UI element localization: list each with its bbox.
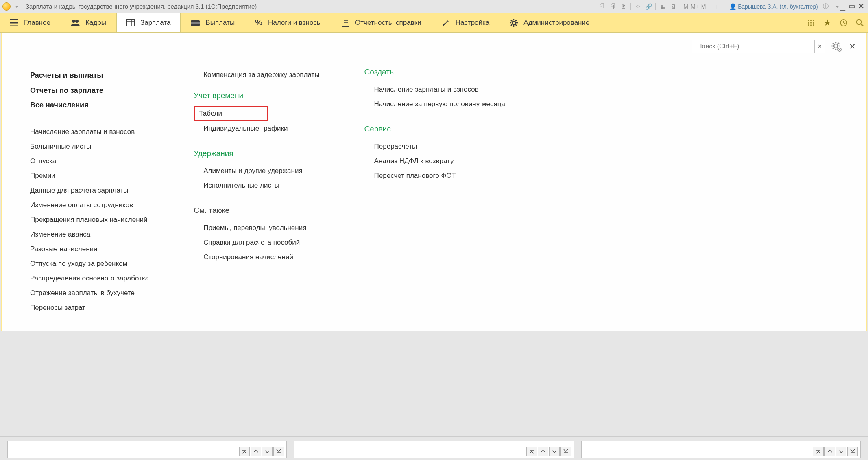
percent-icon: % — [255, 18, 262, 27]
panel-btn-down[interactable] — [262, 447, 273, 456]
favorite-icon[interactable]: ★ — [819, 13, 835, 32]
search-icon[interactable] — [852, 13, 868, 32]
search-clear-button[interactable]: × — [814, 40, 825, 53]
tab-salary[interactable]: Зарплата — [116, 13, 181, 32]
search-input[interactable] — [692, 43, 814, 50]
navigation-panel: Расчеты и выплаты Отчеты по зарплате Все… — [2, 55, 866, 331]
svg-point-20 — [839, 49, 840, 50]
wrench-icon — [442, 19, 450, 27]
people-icon — [71, 19, 80, 26]
nav-link[interactable]: Отражение зарплаты в бухучете — [30, 286, 149, 300]
panel-btn-up[interactable] — [251, 447, 261, 456]
nav-link[interactable]: Индивидуальные графики — [194, 121, 319, 136]
nav-link[interactable]: Изменение аванса — [30, 227, 149, 242]
nav-link[interactable]: Разовые начисления — [30, 242, 149, 256]
memory-m-icon[interactable]: M — [683, 3, 688, 10]
nav-link-all-accruals[interactable]: Все начисления — [30, 98, 149, 112]
menu-icon — [10, 19, 18, 26]
panel-btn-up[interactable] — [824, 447, 835, 456]
dropdown-arrow-icon[interactable]: ▾ — [15, 3, 18, 10]
panel-btn-top[interactable] — [526, 447, 537, 456]
panel-btn-bottom[interactable] — [560, 447, 571, 456]
nav-link[interactable]: Премии — [30, 169, 149, 183]
nav-link[interactable]: Анализ НДФЛ к возврату — [364, 154, 505, 169]
panel-btn-up[interactable] — [538, 447, 548, 456]
tab-label: Отчетность, справки — [355, 19, 421, 27]
tab-main[interactable]: Главное — [0, 13, 61, 32]
nav-link-tabeli[interactable]: Табели — [194, 106, 268, 121]
settings-gear-icon[interactable] — [831, 41, 842, 52]
tool-icon-1[interactable]: 🗐 — [598, 2, 607, 11]
grid-icon[interactable]: ▦ — [658, 2, 667, 11]
panel-icon[interactable]: ◫ — [713, 2, 722, 11]
nav-link[interactable]: Изменение оплаты сотрудников — [30, 198, 149, 212]
nav-link[interactable]: Начисление зарплаты и взносов — [364, 82, 505, 97]
panel-btn-bottom[interactable] — [847, 447, 858, 456]
link-icon[interactable]: 🔗 — [644, 2, 653, 11]
search-input-wrap: × — [692, 40, 825, 53]
user-name: Барышева З.А. (гл. бухгалтер) — [738, 3, 818, 10]
svg-point-13 — [808, 24, 809, 26]
panel-btn-down[interactable] — [836, 447, 846, 456]
nav-link[interactable]: Исполнительные листы — [194, 178, 319, 193]
svg-point-14 — [810, 24, 812, 26]
nav-section-head: Удержания — [194, 149, 319, 158]
tab-payments[interactable]: Выплаты — [181, 13, 245, 32]
wallet-icon — [191, 20, 200, 26]
nav-link-calculations[interactable]: Расчеты и выплаты — [29, 68, 150, 83]
svg-point-9 — [813, 20, 814, 21]
nav-link[interactable]: Приемы, переводы, увольнения — [194, 221, 319, 235]
footer-panels — [0, 436, 868, 460]
tool-icon-2[interactable]: 🗐 — [608, 2, 617, 11]
tab-label: Настройка — [456, 19, 490, 27]
window-close-icon[interactable]: ✕ — [858, 2, 864, 11]
history-icon[interactable] — [835, 13, 852, 32]
apps-icon[interactable] — [803, 13, 819, 32]
nav-link-reports[interactable]: Отчеты по зарплате — [30, 83, 149, 98]
svg-point-15 — [813, 24, 814, 26]
nav-link[interactable]: Распределения основного заработка — [30, 271, 149, 286]
nav-link[interactable]: Больничные листы — [30, 139, 149, 154]
panel-btn-top[interactable] — [813, 447, 824, 456]
memory-mminus-icon[interactable]: M- — [701, 3, 708, 10]
panel-btn-bottom[interactable] — [273, 447, 284, 456]
window-minimize-icon[interactable]: _ — [840, 5, 845, 8]
tab-reports[interactable]: Отчетность, справки — [332, 13, 432, 32]
nav-link[interactable]: Отпуска — [30, 154, 149, 169]
user-label[interactable]: 👤 Барышева З.А. (гл. бухгалтер) — [729, 3, 818, 10]
nav-link[interactable]: Перерасчеты — [364, 139, 505, 154]
nav-link[interactable]: Прекращения плановых начислений — [30, 212, 149, 227]
nav-link[interactable]: Отпуска по уходу за ребенком — [30, 256, 149, 271]
nav-link[interactable]: Сторнирования начислений — [194, 250, 319, 265]
nav-link[interactable]: Данные для расчета зарплаты — [30, 183, 149, 198]
nav-link[interactable]: Пересчет планового ФОТ — [364, 169, 505, 183]
tab-label: Администрирование — [523, 19, 589, 27]
tab-taxes[interactable]: % Налоги и взносы — [245, 13, 332, 32]
nav-section-head: Создать — [364, 68, 505, 77]
info-icon[interactable]: ⓘ — [821, 2, 830, 11]
nav-link[interactable]: Начисление зарплаты и взносов — [30, 125, 149, 139]
tab-settings[interactable]: Настройка — [432, 13, 500, 32]
nav-link[interactable]: Компенсация за задержку зарплаты — [194, 68, 319, 82]
nav-link[interactable]: Алименты и другие удержания — [194, 164, 319, 178]
nav-link[interactable]: Справки для расчета пособий — [194, 235, 319, 250]
svg-point-7 — [808, 20, 809, 21]
nav-link[interactable]: Начисление за первую половину месяца — [364, 97, 505, 112]
panel-btn-top[interactable] — [239, 447, 250, 456]
nav-column-3: Создать Начисление зарплаты и взносов На… — [364, 68, 505, 315]
svg-rect-4 — [191, 22, 200, 24]
window-maximize-icon[interactable]: ▭ — [848, 2, 855, 11]
tool-icon-3[interactable]: 🗎 — [619, 2, 628, 11]
nav-link[interactable]: Переносы затрат — [30, 300, 149, 315]
tab-admin[interactable]: Администрирование — [499, 13, 600, 32]
section-close-button[interactable]: ✕ — [847, 42, 857, 51]
info-dropdown-icon[interactable]: ▾ — [836, 3, 839, 10]
panel-btn-down[interactable] — [549, 447, 560, 456]
memory-mplus-icon[interactable]: M+ — [691, 3, 699, 10]
footer-panel-1 — [7, 441, 287, 458]
nav-column-2: Компенсация за задержку зарплаты Учет вр… — [194, 68, 319, 315]
tab-personnel[interactable]: Кадры — [61, 13, 116, 32]
star-icon[interactable]: ☆ — [633, 2, 642, 11]
calendar-icon[interactable]: 🗓 — [669, 2, 678, 11]
footer-panel-2 — [294, 441, 574, 458]
